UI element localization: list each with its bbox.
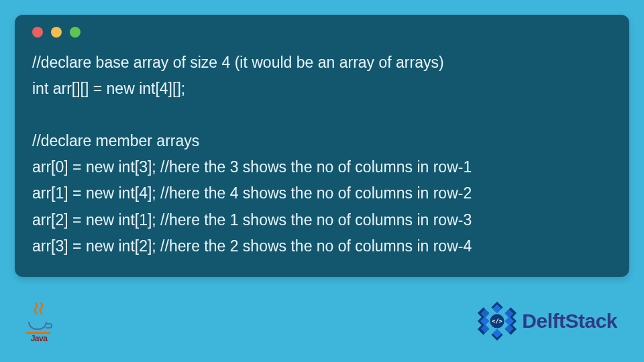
java-cup-icon <box>27 306 51 335</box>
code-line: int arr[][] = new int[4][]; <box>32 80 185 97</box>
minimize-icon[interactable] <box>51 27 62 38</box>
code-line: arr[3] = new int[2]; //here the 2 shows … <box>32 237 472 255</box>
code-comment: //declare member arrays <box>32 132 199 149</box>
code-comment: //declare base array of size 4 (it would… <box>32 54 444 71</box>
code-content: //declare base array of size 4 (it would… <box>32 50 612 259</box>
svg-text:</>: </> <box>492 318 503 324</box>
delftstack-label: DelftStack <box>522 310 617 333</box>
delftstack-icon: </> <box>475 299 519 343</box>
java-logo: Java <box>27 306 51 343</box>
window-controls <box>32 27 612 38</box>
maximize-icon[interactable] <box>70 27 80 38</box>
code-window: //declare base array of size 4 (it would… <box>15 15 629 277</box>
delftstack-logo: </> DelftStack <box>475 299 617 343</box>
java-label: Java <box>31 334 48 343</box>
footer: Java <box>15 277 629 347</box>
code-line: arr[2] = new int[1]; //here the 1 shows … <box>32 211 472 229</box>
close-icon[interactable] <box>32 27 43 38</box>
code-line: arr[0] = new int[3]; //here the 3 shows … <box>32 158 472 176</box>
code-line: arr[1] = new int[4]; //here the 4 shows … <box>32 184 472 202</box>
